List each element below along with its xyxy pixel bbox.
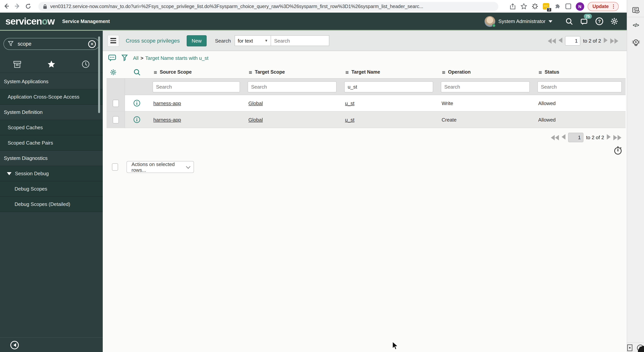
record-link[interactable]: Global — [248, 100, 263, 106]
update-label: Update — [592, 4, 609, 9]
column-menu-icon[interactable]: ≡ — [442, 69, 446, 75]
column-menu-icon[interactable]: ≡ — [249, 69, 252, 75]
list-context-menu-button[interactable] — [107, 35, 119, 46]
list-gear-icon[interactable] — [110, 68, 117, 76]
column-search-target-scope[interactable] — [248, 81, 336, 92]
expanded-triangle-icon[interactable] — [7, 172, 12, 175]
last-page-button[interactable] — [613, 135, 622, 140]
list-title-link[interactable]: Cross scope privileges — [126, 38, 180, 44]
presence-dot — [492, 24, 496, 27]
next-page-button[interactable] — [604, 38, 608, 44]
insight-lightbulb-icon[interactable] — [627, 38, 644, 48]
cross-scope-privileges-table: ≡Source Scope ≡Target Scope ≡Target Name… — [106, 66, 626, 128]
reading-list-icon[interactable] — [627, 7, 644, 14]
page-number-input[interactable] — [568, 133, 584, 142]
navigator-filter[interactable]: ✕ — [4, 38, 99, 50]
sidebar-footer — [0, 338, 103, 352]
actions-select-value: Actions on selected rows... — [132, 161, 187, 173]
next-page-button[interactable] — [607, 134, 611, 141]
row-checkbox[interactable] — [112, 116, 119, 123]
first-page-button[interactable] — [551, 135, 559, 140]
last-page-button[interactable] — [610, 38, 618, 44]
prev-page-button[interactable] — [562, 134, 566, 141]
record-link[interactable]: harness-app — [153, 117, 181, 122]
list-search-input[interactable] — [271, 35, 329, 46]
conversations-icon[interactable]: 75 — [580, 17, 588, 26]
forward-button[interactable] — [13, 2, 22, 10]
user-avatar[interactable] — [484, 16, 495, 27]
column-search-status[interactable] — [538, 81, 622, 92]
back-arrow-icon — [4, 3, 10, 9]
new-button[interactable]: New — [187, 35, 206, 46]
column-header-target-name[interactable]: ≡Target Name — [340, 69, 437, 75]
browser-profile-avatar[interactable]: N — [576, 2, 584, 10]
record-link[interactable]: u_st — [345, 117, 354, 122]
tab-all-applications[interactable] — [13, 60, 22, 68]
row-checkbox[interactable] — [112, 100, 119, 107]
sidebar-item-debug-scopes[interactable]: Debug Scopes — [0, 181, 103, 197]
extension-spinner-icon[interactable] — [531, 2, 539, 10]
address-bar[interactable]: ven03172.service-now.com/nav_to.do?uri=%… — [38, 2, 498, 11]
search-type-select[interactable]: for text ▼ — [234, 35, 271, 46]
column-search-icon[interactable] — [133, 68, 140, 76]
column-header-source-scope[interactable]: ≡Source Scope — [149, 69, 244, 75]
bookmark-star-icon[interactable] — [520, 2, 528, 10]
column-header-status[interactable]: ≡Status — [534, 69, 626, 75]
nav-label: Scoped Caches — [8, 124, 43, 130]
sidebar-item-system-definition[interactable]: System Definition — [0, 105, 103, 120]
select-all-checkbox[interactable] — [112, 163, 118, 171]
side-panel-icon[interactable] — [564, 2, 572, 10]
personalize-comments-icon[interactable] — [108, 54, 116, 62]
column-menu-icon[interactable]: ≡ — [346, 69, 349, 75]
response-time-indicator[interactable] — [614, 146, 622, 155]
tab-favorites[interactable] — [47, 60, 56, 68]
browser-actions: ••• 3 N Update ⋮ — [509, 0, 619, 13]
tab-history[interactable] — [82, 60, 90, 68]
lock-icon[interactable] — [43, 4, 47, 9]
settings-gear-icon[interactable] — [610, 17, 618, 26]
column-search-operation[interactable] — [441, 81, 530, 92]
column-menu-icon[interactable]: ≡ — [538, 69, 542, 75]
browser-update-button[interactable]: Update ⋮ — [588, 2, 619, 11]
clear-filter-icon[interactable]: ✕ — [88, 40, 96, 48]
record-preview-icon[interactable] — [134, 116, 140, 123]
reload-button[interactable] — [24, 2, 32, 10]
collapse-navigator-button[interactable] — [10, 341, 19, 349]
prev-page-button[interactable] — [558, 38, 562, 44]
first-page-button[interactable] — [548, 38, 556, 44]
column-menu-icon[interactable]: ≡ — [154, 69, 157, 75]
sidebar-item-scoped-cache-pairs[interactable]: Scoped Cache Pairs — [0, 135, 103, 151]
sidebar-item-scoped-caches[interactable]: Scoped Caches — [0, 120, 103, 135]
share-icon[interactable] — [509, 2, 516, 10]
sidebar-scrollbar[interactable] — [98, 36, 100, 113]
record-link[interactable]: Global — [248, 117, 263, 122]
record-link[interactable]: u_st — [345, 100, 354, 106]
page-number-input[interactable] — [565, 36, 580, 46]
actions-on-selected-rows-select[interactable]: Actions on selected rows... — [126, 161, 194, 173]
help-icon[interactable]: ? — [595, 17, 603, 26]
browser-menu-kebab-icon[interactable]: ⋮ — [611, 4, 616, 9]
column-search-target-name[interactable] — [344, 81, 433, 92]
user-menu[interactable]: System Administrator — [484, 16, 552, 27]
extension-notes-icon[interactable]: ••• 3 — [542, 2, 550, 10]
sidebar-item-system-diagnostics[interactable]: System Diagnostics — [0, 151, 103, 166]
record-link[interactable]: harness-app — [153, 100, 181, 106]
breadcrumb: All > Target Name starts with u_st — [133, 55, 208, 61]
back-button[interactable] — [2, 2, 11, 10]
pagination-bottom: to 2 of 2 — [551, 133, 622, 142]
sidebar-item-session-debug[interactable]: Session Debug — [0, 166, 103, 181]
sidebar-item-application-cross-scope-access[interactable]: Application Cross-Scope Access — [0, 89, 103, 105]
record-preview-icon[interactable] — [134, 100, 140, 106]
column-header-operation[interactable]: ≡Operation — [437, 69, 534, 75]
breadcrumb-condition-link[interactable]: Target Name starts with u_st — [145, 55, 208, 61]
global-search-icon[interactable] — [565, 17, 574, 26]
xml-code-icon[interactable]: </> — [627, 22, 644, 28]
breadcrumb-all-link[interactable]: All — [133, 55, 138, 61]
sidebar-item-system-applications[interactable]: System Applications — [0, 74, 103, 89]
column-header-target-scope[interactable]: ≡Target Scope — [244, 69, 340, 75]
filter-navigator-input[interactable] — [17, 41, 82, 47]
extensions-puzzle-icon[interactable] — [553, 2, 561, 10]
column-search-source-scope[interactable] — [152, 81, 240, 92]
sidebar-item-debug-scopes-detailed[interactable]: Debug Scopes (Detailed) — [0, 197, 103, 212]
filter-icon[interactable] — [122, 54, 128, 62]
